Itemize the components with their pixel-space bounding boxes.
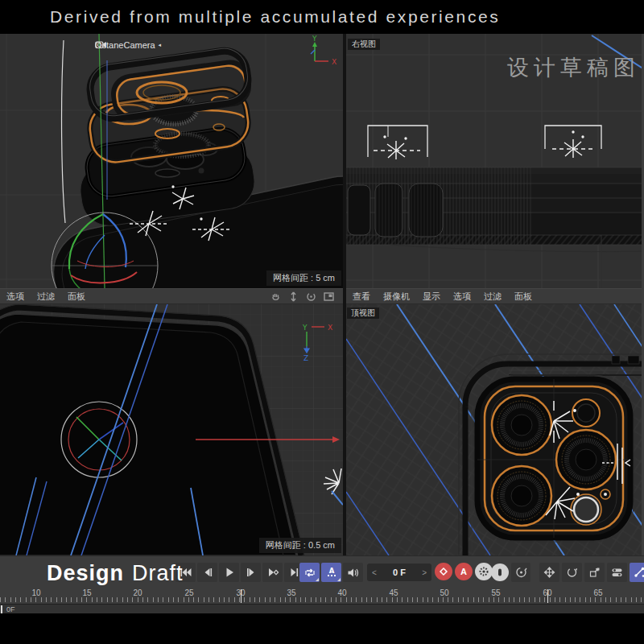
viewport-front[interactable]: Y X Z 网格间距 : 0.5 cm (0, 304, 343, 555)
ruler-tick-label: 40 (337, 588, 346, 597)
axis-y-label: Y (302, 324, 308, 332)
ruler-major-tick-30 (241, 589, 242, 603)
timeline-ruler[interactable]: 10 15 20 25 30 35 40 45 50 55 60 65 (0, 588, 644, 604)
axis-y-label: Y (312, 35, 317, 43)
parameter-keys-button[interactable] (607, 563, 627, 582)
maximize-view-icon[interactable] (323, 291, 335, 302)
record-keyframe-button[interactable] (435, 563, 452, 580)
viewport-perspective[interactable]: Y X OctaneCamera ◂ 网格间距 : 5 cm (0, 34, 343, 288)
viewport-menubar-right: 查看 摄像机 显示 选项 过滤 面板 (346, 288, 644, 304)
viewport-label-right[interactable]: 右视图 (348, 39, 380, 50)
current-frame-value: 0 F (393, 568, 406, 577)
watermark-regular-part: Draft (132, 561, 184, 585)
ruler-tick-label: 15 (82, 588, 91, 597)
scale-keys-button[interactable] (584, 563, 605, 582)
rotate-keys-button[interactable] (562, 563, 582, 582)
ruler-tick-label: 20 (133, 588, 142, 597)
menu-panel[interactable]: 面板 (514, 291, 532, 303)
ruler-tick-label: 25 (184, 588, 193, 597)
autokey-button[interactable]: A (455, 563, 473, 580)
viewport-menubar-left: 选项 过滤 面板 (0, 288, 343, 304)
viewport-splitter[interactable] (343, 34, 346, 555)
viewport-top-view[interactable]: 顶视图 (346, 304, 644, 555)
keyframe-selection-button[interactable] (475, 563, 493, 580)
viewport-perspective-canvas[interactable]: Y X (0, 34, 343, 288)
ruler-tick-label: 65 (593, 588, 602, 597)
ruler-tick-label: 45 (389, 588, 398, 597)
watermark-bold-part: Design (47, 561, 124, 585)
all-frames-letter: A (328, 567, 334, 575)
menu-filter[interactable]: 过滤 (484, 291, 502, 303)
pan-hand-icon[interactable] (270, 291, 282, 302)
menu-filter[interactable]: 过滤 (37, 291, 55, 303)
rotate-view-icon[interactable] (305, 291, 317, 302)
frame-decrement-arrow[interactable]: < (372, 568, 377, 577)
play-to-next-key-button[interactable] (262, 563, 283, 582)
point-level-animation-button[interactable] (630, 563, 644, 582)
all-frames-button[interactable]: A (321, 563, 341, 582)
playback-mode-controls: A (299, 563, 363, 582)
rotation-key-toggle[interactable] (511, 563, 530, 582)
move-keys-button[interactable] (539, 563, 559, 582)
camera-menu-arrow-icon: ◂ (159, 42, 162, 48)
grid-spacing-status: 网格间距 : 0.5 cm (259, 538, 341, 553)
ruler-major-tick-60 (547, 589, 548, 603)
autokey-letter: A (460, 567, 467, 576)
key-type-controls (491, 563, 530, 582)
menu-panel[interactable]: 面板 (68, 291, 85, 303)
bottom-margin (0, 613, 644, 644)
watermark-design-draft-cn: 设计草稿图 (507, 53, 640, 82)
app-window: Derived from multiple accumulated experi… (0, 0, 644, 644)
ruler-tick-label: 55 (491, 588, 500, 597)
ruler-tick-label: 50 (440, 588, 448, 597)
menu-cameras[interactable]: 摄像机 (383, 291, 410, 303)
viewport-top-canvas[interactable] (346, 304, 644, 555)
grid-spacing-status: 网格间距 : 5 cm (266, 270, 341, 286)
axis-x-label: X (332, 58, 336, 66)
menu-options[interactable]: 选项 (453, 291, 471, 303)
ruler-tick-label: 35 (287, 588, 295, 597)
camera-name-label[interactable]: OctaneCamera ◂ (95, 40, 161, 50)
viewport-front-canvas[interactable]: Y X Z (0, 304, 343, 555)
next-frame-button[interactable] (241, 563, 261, 582)
loop-playback-button[interactable] (299, 563, 320, 582)
caption-text: Derived from multiple accumulated experi… (50, 7, 500, 27)
transport-controls (175, 563, 304, 582)
camera-icon (95, 40, 107, 49)
top-caption-bar: Derived from multiple accumulated experi… (0, 0, 644, 34)
menu-view[interactable]: 查看 (353, 291, 370, 303)
frame-increment-arrow[interactable]: > (422, 568, 427, 577)
viewport-label-top[interactable]: 顶视图 (347, 308, 379, 319)
position-key-toggle[interactable] (491, 564, 509, 581)
sound-toggle-button[interactable] (343, 563, 363, 582)
previous-frame-button[interactable] (197, 563, 217, 582)
menu-options[interactable]: 选项 (6, 291, 24, 303)
animate-toggle-controls (539, 563, 644, 582)
watermark-design-draft-en: DesignDraft (47, 561, 184, 586)
menu-display[interactable]: 显示 (423, 291, 440, 303)
ruler-tick-label: 10 (31, 588, 40, 597)
current-frame-field[interactable]: < 0 F > (367, 564, 431, 581)
play-button[interactable] (219, 563, 239, 582)
axis-x-label: X (328, 324, 332, 332)
axis-z-label: Z (303, 354, 308, 362)
playhead-marker[interactable] (1, 605, 2, 613)
keying-controls: A (435, 563, 493, 580)
dolly-zoom-icon[interactable] (287, 291, 299, 302)
